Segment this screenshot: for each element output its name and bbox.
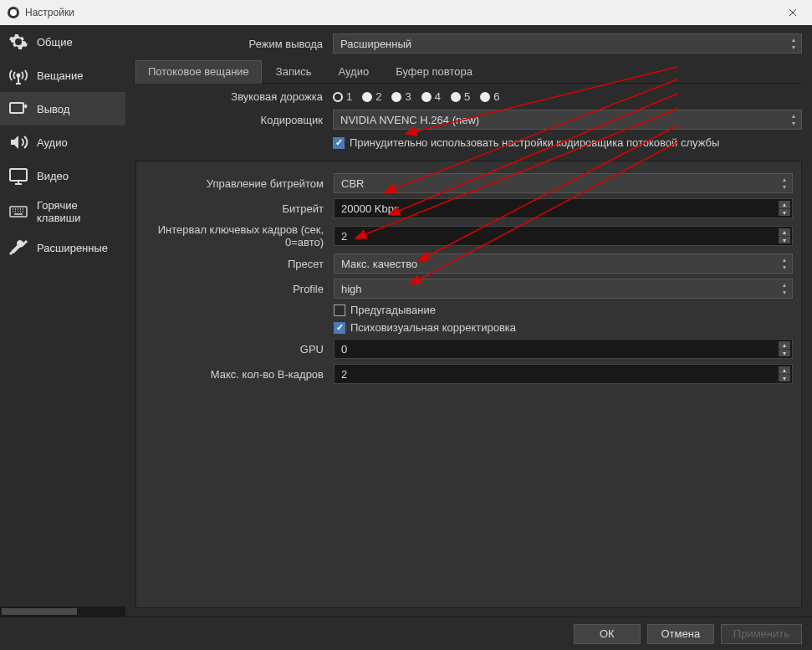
- enforce-encoder-label: Принудительно использовать настройки код…: [350, 136, 719, 149]
- encoder-select[interactable]: NVIDIA NVENC H.264 (new) ▴▾: [333, 110, 802, 130]
- gear-icon: [8, 32, 28, 52]
- audio-track-radio-6[interactable]: 6: [480, 90, 499, 103]
- sidebar-item-stream[interactable]: Вещание: [0, 59, 125, 92]
- settings-sidebar: Общие Вещание Вывод Аудио Видео: [0, 25, 125, 617]
- sidebar-item-video[interactable]: Видео: [0, 159, 125, 192]
- rate-control-select[interactable]: CBR ▴▾: [334, 173, 793, 193]
- output-mode-label: Режим вывода: [135, 38, 326, 50]
- cancel-button[interactable]: Отмена: [647, 624, 714, 644]
- audio-track-radio-2[interactable]: 2: [362, 90, 381, 103]
- svg-rect-5: [10, 169, 27, 181]
- window-close-button[interactable]: [774, 0, 812, 25]
- output-mode-select[interactable]: Расширенный ▴▾: [333, 33, 802, 54]
- app-icon: [7, 6, 20, 19]
- audio-track-radio-1[interactable]: 1: [333, 90, 352, 103]
- audio-track-radio-3[interactable]: 3: [391, 90, 411, 103]
- lookahead-checkbox[interactable]: [334, 305, 345, 316]
- speaker-icon: [8, 132, 28, 152]
- tab-audio[interactable]: Аудио: [325, 60, 381, 83]
- sidebar-item-general[interactable]: Общие: [0, 25, 125, 59]
- preset-label: Пресет: [136, 258, 327, 270]
- output-tabs: Потоковое вещание Запись Аудио Буфер пов…: [135, 60, 802, 84]
- preset-select[interactable]: Макс. качество ▴▾: [334, 253, 793, 274]
- monitor-icon: [8, 166, 28, 186]
- audio-track-radio-4[interactable]: 4: [421, 90, 441, 103]
- profile-label: Profile: [136, 283, 327, 295]
- rate-control-label: Управление битрейтом: [136, 177, 327, 190]
- sidebar-item-label: Видео: [37, 170, 69, 182]
- sidebar-item-label: Горячие клавиши: [37, 199, 117, 224]
- antenna-icon: [8, 65, 28, 85]
- keyframe-input[interactable]: 2 ▴▾: [334, 226, 793, 246]
- bframes-label: Макс. кол-во B-кадров: [136, 368, 327, 381]
- audio-track-label: Звуковая дорожка: [135, 90, 326, 103]
- spin-down-icon: ▾: [779, 209, 790, 217]
- lookahead-label: Предугадывание: [350, 304, 436, 316]
- tab-recording[interactable]: Запись: [263, 60, 324, 83]
- tools-icon: [8, 238, 28, 258]
- sidebar-item-advanced[interactable]: Расширенные: [0, 231, 125, 264]
- svg-point-2: [16, 8, 18, 11]
- output-icon: [8, 99, 28, 119]
- psycho-label: Психовизуальная корректировка: [350, 321, 516, 334]
- sidebar-item-label: Общие: [37, 36, 73, 49]
- sidebar-item-label: Вывод: [37, 103, 69, 115]
- gpu-input[interactable]: 0 ▴▾: [334, 339, 793, 359]
- sidebar-item-label: Аудио: [37, 136, 68, 149]
- sidebar-item-audio[interactable]: Аудио: [0, 125, 125, 159]
- audio-track-radios: 1 2 3 4 5 6: [333, 90, 499, 103]
- sidebar-scrollbar[interactable]: [0, 606, 125, 617]
- spin-up-icon: ▴: [779, 201, 790, 209]
- window-title: Настройки: [25, 7, 74, 18]
- svg-point-1: [10, 9, 17, 16]
- sidebar-item-label: Расширенные: [37, 242, 108, 254]
- ok-button[interactable]: ОК: [574, 624, 641, 644]
- bitrate-label: Битрейт: [136, 202, 327, 215]
- encoder-settings-panel: Управление битрейтом CBR ▴▾ Битрейт 2000…: [135, 161, 802, 608]
- tab-replay-buffer[interactable]: Буфер повтора: [383, 60, 485, 83]
- sidebar-item-hotkeys[interactable]: Горячие клавиши: [0, 192, 125, 231]
- svg-rect-4: [10, 103, 23, 113]
- bitrate-input[interactable]: 20000 Kbps ▴▾: [334, 198, 793, 218]
- gpu-label: GPU: [136, 343, 327, 356]
- dialog-footer: ОК Отмена Применить: [0, 617, 812, 650]
- psycho-checkbox[interactable]: [334, 322, 345, 334]
- sidebar-item-label: Вещание: [37, 69, 84, 82]
- apply-button[interactable]: Применить: [721, 624, 802, 644]
- audio-track-radio-5[interactable]: 5: [451, 90, 470, 103]
- window-titlebar: Настройки: [0, 0, 812, 25]
- tab-streaming[interactable]: Потоковое вещание: [135, 60, 262, 84]
- enforce-encoder-checkbox[interactable]: [333, 137, 345, 149]
- profile-select[interactable]: high ▴▾: [334, 279, 793, 299]
- sidebar-item-output[interactable]: Вывод: [0, 92, 125, 125]
- encoder-label: Кодировщик: [135, 114, 326, 126]
- keyframe-label: Интервал ключевых кадров (сек, 0=авто): [136, 223, 327, 248]
- keyboard-icon: [8, 202, 28, 222]
- bframes-input[interactable]: 2 ▴▾: [334, 364, 793, 384]
- settings-content: Режим вывода Расширенный ▴▾ Потоковое ве…: [125, 25, 812, 617]
